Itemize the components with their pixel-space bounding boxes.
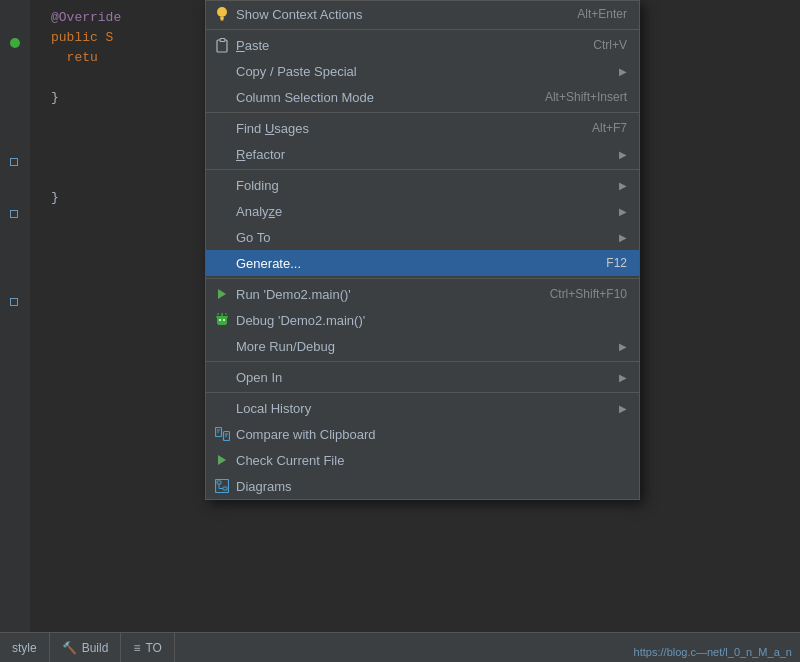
svg-point-7 [219, 319, 221, 321]
menu-separator [206, 278, 639, 279]
svg-rect-13 [225, 313, 227, 315]
menu-item-arrow-analyze: ▶ [619, 206, 627, 217]
menu-item-compare-clipboard[interactable]: Compare with Clipboard [206, 421, 639, 447]
menu-item-run[interactable]: Run 'Demo2.main()'Ctrl+Shift+F10 [206, 281, 639, 307]
menu-item-label-go-to: Go To [236, 230, 609, 245]
menu-item-find-usages[interactable]: Find UsagesAlt+F7 [206, 115, 639, 141]
menu-item-shortcut-column-selection-mode: Alt+Shift+Insert [545, 90, 627, 104]
menu-item-label-folding: Folding [236, 178, 609, 193]
menu-item-label-column-selection-mode: Column Selection Mode [236, 90, 539, 105]
menu-item-generate[interactable]: Generate...F12 [206, 250, 639, 276]
code-line: } [35, 188, 200, 208]
to-label: TO [145, 641, 161, 655]
svg-rect-12 [217, 313, 219, 315]
editor-gutter [0, 0, 30, 662]
menu-separator [206, 392, 639, 393]
menu-item-arrow-refactor: ▶ [619, 149, 627, 160]
code-line: @Override [35, 8, 200, 28]
code-editor: @Override public S retu } } [0, 0, 200, 662]
menu-icon-empty [214, 369, 230, 385]
code-line: public S [35, 28, 200, 48]
menu-item-label-refactor: Refactor [236, 147, 609, 162]
svg-rect-1 [220, 17, 224, 19]
gutter-icon-2 [10, 158, 18, 166]
menu-item-label-diagrams: Diagrams [236, 479, 627, 494]
menu-item-label-analyze: Analyze [236, 204, 609, 219]
menu-item-folding[interactable]: Folding▶ [206, 172, 639, 198]
code-line [35, 108, 200, 188]
svg-rect-10 [225, 316, 228, 318]
bottom-bar: style 🔨 Build ≡ TO https://blog.c—net/l_… [0, 632, 800, 662]
menu-separator [206, 29, 639, 30]
context-menu: Show Context ActionsAlt+EnterPasteCtrl+V… [205, 0, 640, 500]
menu-icon-empty [214, 89, 230, 105]
gutter-icon-1 [10, 38, 20, 48]
svg-rect-22 [217, 481, 221, 484]
menu-item-analyze[interactable]: Analyze▶ [206, 198, 639, 224]
menu-item-label-compare-clipboard: Compare with Clipboard [236, 427, 627, 442]
svg-point-8 [223, 319, 225, 321]
gutter-icon-4 [10, 298, 18, 306]
status-url: https://blog.c—net/l_0_n_M_a_n [634, 646, 792, 658]
menu-icon-empty [214, 120, 230, 136]
menu-icon-empty [214, 255, 230, 271]
menu-item-copy-paste-special[interactable]: Copy / Paste Special▶ [206, 58, 639, 84]
menu-item-shortcut-find-usages: Alt+F7 [592, 121, 627, 135]
svg-rect-9 [216, 316, 219, 318]
paste-icon [214, 37, 230, 53]
bottom-tab-style[interactable]: style [0, 633, 50, 662]
menu-item-label-more-run-debug: More Run/Debug [236, 339, 609, 354]
gutter-icon-3 [10, 210, 18, 218]
code-line: } [35, 88, 200, 108]
menu-separator [206, 361, 639, 362]
svg-rect-2 [221, 19, 224, 21]
menu-item-shortcut-run: Ctrl+Shift+F10 [550, 287, 627, 301]
menu-item-shortcut-show-context-actions: Alt+Enter [577, 7, 627, 21]
menu-icon-empty [214, 177, 230, 193]
bottom-tab-to[interactable]: ≡ TO [121, 633, 174, 662]
menu-item-label-paste: Paste [236, 38, 587, 53]
menu-item-show-context-actions[interactable]: Show Context ActionsAlt+Enter [206, 1, 639, 27]
menu-item-debug[interactable]: Debug 'Demo2.main()' [206, 307, 639, 333]
menu-item-label-check-current-file: Check Current File [236, 453, 627, 468]
svg-rect-4 [220, 38, 225, 41]
menu-icon-empty [214, 146, 230, 162]
menu-icon-empty [214, 229, 230, 245]
svg-marker-5 [218, 289, 226, 299]
bottom-tab-build[interactable]: 🔨 Build [50, 633, 122, 662]
svg-rect-11 [221, 313, 222, 316]
menu-item-arrow-copy-paste-special: ▶ [619, 66, 627, 77]
menu-item-arrow-go-to: ▶ [619, 232, 627, 243]
svg-marker-20 [218, 455, 226, 465]
menu-item-diagrams[interactable]: Diagrams [206, 473, 639, 499]
debug-icon [214, 312, 230, 328]
check-current-file-icon [214, 452, 230, 468]
menu-item-label-show-context-actions: Show Context Actions [236, 7, 571, 22]
menu-icon-empty [214, 63, 230, 79]
menu-item-label-run: Run 'Demo2.main()' [236, 287, 544, 302]
menu-item-arrow-open-in: ▶ [619, 372, 627, 383]
menu-item-paste[interactable]: PasteCtrl+V [206, 32, 639, 58]
to-icon: ≡ [133, 641, 140, 655]
build-label: Build [82, 641, 109, 655]
menu-item-open-in[interactable]: Open In▶ [206, 364, 639, 390]
menu-item-column-selection-mode[interactable]: Column Selection ModeAlt+Shift+Insert [206, 84, 639, 110]
menu-item-arrow-local-history: ▶ [619, 403, 627, 414]
menu-item-check-current-file[interactable]: Check Current File [206, 447, 639, 473]
menu-item-go-to[interactable]: Go To▶ [206, 224, 639, 250]
menu-icon-empty [214, 338, 230, 354]
svg-rect-23 [223, 487, 227, 490]
menu-item-label-generate: Generate... [236, 256, 600, 271]
menu-item-local-history[interactable]: Local History▶ [206, 395, 639, 421]
code-line [35, 68, 200, 88]
style-label: style [12, 641, 37, 655]
svg-point-0 [217, 7, 227, 17]
compare-clipboard-icon [214, 426, 230, 442]
menu-item-label-find-usages: Find Usages [236, 121, 586, 136]
menu-item-refactor[interactable]: Refactor▶ [206, 141, 639, 167]
menu-item-label-local-history: Local History [236, 401, 609, 416]
menu-item-shortcut-generate: F12 [606, 256, 627, 270]
menu-item-arrow-more-run-debug: ▶ [619, 341, 627, 352]
diagrams-icon [214, 478, 230, 494]
menu-item-more-run-debug[interactable]: More Run/Debug▶ [206, 333, 639, 359]
